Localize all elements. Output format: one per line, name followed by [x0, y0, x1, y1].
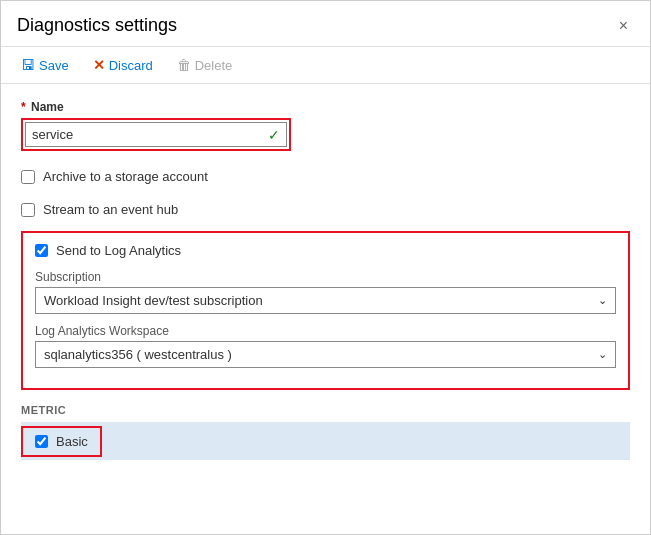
- discard-icon: ✕: [93, 57, 105, 73]
- save-button[interactable]: 🖫 Save: [17, 55, 73, 75]
- subscription-label: Subscription: [35, 270, 616, 284]
- dialog-header: Diagnostics settings ×: [1, 1, 650, 47]
- basic-metric-wrapper: Basic: [21, 426, 102, 457]
- delete-button[interactable]: 🗑 Delete: [173, 55, 237, 75]
- archive-checkbox[interactable]: [21, 170, 35, 184]
- subscription-dropdown[interactable]: Workload Insight dev/test subscription ⌄: [35, 287, 616, 314]
- subscription-value: Workload Insight dev/test subscription: [44, 293, 263, 308]
- toolbar: 🖫 Save ✕ Discard 🗑 Delete: [1, 47, 650, 84]
- archive-checkbox-row: Archive to a storage account: [21, 165, 630, 188]
- required-indicator: *: [21, 100, 26, 114]
- name-input[interactable]: [26, 123, 262, 146]
- workspace-value: sqlanalytics356 ( westcentralus ): [44, 347, 232, 362]
- save-label: Save: [39, 58, 69, 73]
- stream-checkbox-row: Stream to an event hub: [21, 198, 630, 221]
- stream-label[interactable]: Stream to an event hub: [43, 202, 178, 217]
- stream-checkbox[interactable]: [21, 203, 35, 217]
- save-icon: 🖫: [21, 57, 35, 73]
- name-label: * Name: [21, 100, 630, 114]
- dialog-title: Diagnostics settings: [17, 15, 177, 36]
- subscription-chevron-icon: ⌄: [598, 294, 607, 307]
- basic-checkbox[interactable]: [35, 435, 48, 448]
- log-analytics-header: Send to Log Analytics: [35, 243, 616, 258]
- metric-row-container: Basic: [21, 422, 630, 460]
- workspace-dropdown[interactable]: sqlanalytics356 ( westcentralus ) ⌄: [35, 341, 616, 368]
- name-input-row: ✓: [25, 122, 287, 147]
- basic-label[interactable]: Basic: [56, 434, 88, 449]
- metric-section: METRIC Basic: [21, 404, 630, 460]
- valid-check-icon: ✓: [262, 127, 286, 143]
- name-section: * Name ✓: [21, 100, 630, 151]
- delete-label: Delete: [195, 58, 233, 73]
- discard-button[interactable]: ✕ Discard: [89, 55, 157, 75]
- metric-full-row: Basic: [21, 422, 630, 460]
- archive-label[interactable]: Archive to a storage account: [43, 169, 208, 184]
- log-analytics-section: Send to Log Analytics Subscription Workl…: [21, 231, 630, 390]
- close-button[interactable]: ×: [613, 16, 634, 36]
- diagnostics-dialog: Diagnostics settings × 🖫 Save ✕ Discard …: [0, 0, 651, 535]
- name-field-wrapper: ✓: [21, 118, 291, 151]
- log-analytics-label[interactable]: Send to Log Analytics: [56, 243, 181, 258]
- workspace-chevron-icon: ⌄: [598, 348, 607, 361]
- content-area: * Name ✓ Archive to a storage account St…: [1, 84, 650, 476]
- delete-icon: 🗑: [177, 57, 191, 73]
- discard-label: Discard: [109, 58, 153, 73]
- workspace-field: Log Analytics Workspace sqlanalytics356 …: [35, 324, 616, 368]
- workspace-label: Log Analytics Workspace: [35, 324, 616, 338]
- metric-section-label: METRIC: [21, 404, 630, 416]
- log-analytics-checkbox[interactable]: [35, 244, 48, 257]
- subscription-field: Subscription Workload Insight dev/test s…: [35, 270, 616, 314]
